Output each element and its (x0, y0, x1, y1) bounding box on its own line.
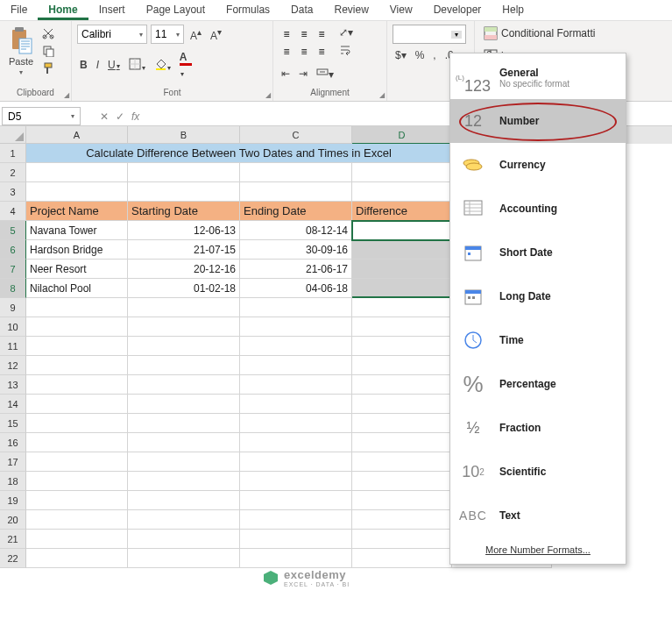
col-header-B[interactable]: B (128, 126, 240, 144)
cell[interactable] (128, 414, 240, 433)
merge-button[interactable]: ▾ (314, 64, 336, 82)
cell[interactable] (26, 337, 128, 356)
cell[interactable] (26, 414, 128, 433)
cell[interactable] (128, 472, 240, 491)
cell[interactable] (128, 182, 240, 202)
cell-B6[interactable]: 21-07-15 (128, 240, 240, 260)
wrap-text-button[interactable] (336, 42, 356, 60)
cell[interactable] (352, 472, 452, 491)
cell[interactable] (128, 395, 240, 414)
col-header-A[interactable]: A (26, 126, 128, 144)
cell[interactable] (26, 317, 128, 337)
cell[interactable] (128, 549, 240, 568)
cell[interactable] (26, 356, 128, 375)
tab-review[interactable]: Review (323, 0, 378, 20)
cell-B7[interactable]: 20-12-16 (128, 260, 240, 279)
row-header-19[interactable]: 19 (0, 491, 26, 510)
cell[interactable] (128, 163, 240, 182)
orientation-button[interactable]: ⤢▾ (336, 25, 356, 40)
tab-developer[interactable]: Developer (423, 0, 492, 20)
cell-D6[interactable] (352, 240, 452, 260)
format-short-date[interactable]: Short Date (450, 231, 626, 274)
cell[interactable] (26, 433, 128, 452)
cell[interactable] (240, 414, 352, 433)
font-color-button[interactable]: A▾ (177, 49, 195, 81)
format-painter-button[interactable] (40, 60, 56, 76)
increase-font-button[interactable]: A▴ (187, 25, 204, 44)
cell[interactable] (240, 433, 352, 452)
cell[interactable] (128, 298, 240, 317)
format-percentage[interactable]: % Percentage (450, 362, 626, 406)
row-header-6[interactable]: 6 (0, 240, 26, 260)
format-fraction[interactable]: ½ Fraction (450, 406, 626, 450)
cell-A8[interactable]: Nilachol Pool (26, 279, 128, 298)
row-header-21[interactable]: 21 (0, 530, 26, 549)
dec-indent-button[interactable]: ⇤ (279, 66, 293, 82)
cell[interactable] (352, 337, 452, 356)
cell-D8[interactable] (352, 279, 452, 298)
cell[interactable] (26, 298, 128, 317)
align-right-button[interactable]: ≡ (314, 44, 329, 60)
align-expand[interactable]: ◢ (379, 91, 385, 99)
cell[interactable] (26, 549, 128, 568)
row-header-7[interactable]: 7 (0, 260, 26, 279)
format-number[interactable]: 12 Number (450, 99, 626, 143)
cell[interactable] (352, 317, 452, 337)
tab-data[interactable]: Data (280, 0, 323, 20)
tab-home[interactable]: Home (38, 0, 88, 20)
row-header-18[interactable]: 18 (0, 472, 26, 491)
cell[interactable] (240, 452, 352, 472)
conditional-formatting-button[interactable]: Conditional Formatti (480, 25, 598, 42)
cell[interactable] (240, 395, 352, 414)
tab-insert[interactable]: Insert (88, 0, 136, 20)
cell[interactable] (26, 163, 128, 182)
format-accounting[interactable]: Accounting (450, 187, 626, 231)
number-format-box[interactable]: ▾ (393, 25, 466, 44)
cell-A5[interactable]: Navana Tower (26, 221, 128, 240)
row-header-11[interactable]: 11 (0, 337, 26, 356)
col-header-C[interactable]: C (240, 126, 352, 144)
row-header-15[interactable]: 15 (0, 414, 26, 433)
copy-button[interactable] (40, 43, 56, 59)
fx-button[interactable]: fx (131, 110, 139, 123)
align-mid-button[interactable]: ≡ (296, 26, 312, 42)
align-top-button[interactable]: ≡ (279, 26, 294, 42)
cell[interactable] (352, 182, 452, 202)
inc-indent-button[interactable]: ⇥ (296, 66, 310, 82)
cell[interactable] (240, 182, 352, 202)
title-cell[interactable]: Calculate Difference Between Two Dates a… (26, 144, 452, 163)
cell[interactable] (240, 317, 352, 337)
border-button[interactable]: ▾ (126, 56, 148, 75)
cell[interactable] (128, 530, 240, 549)
cell-B8[interactable]: 01-02-18 (128, 279, 240, 298)
row-header-14[interactable]: 14 (0, 395, 26, 414)
cell[interactable] (128, 375, 240, 395)
cell[interactable] (26, 395, 128, 414)
cell[interactable] (128, 317, 240, 337)
cell[interactable] (352, 375, 452, 395)
cell[interactable] (352, 298, 452, 317)
cell[interactable] (26, 472, 128, 491)
cell-A7[interactable]: Neer Resort (26, 260, 128, 279)
cell[interactable] (26, 452, 128, 472)
tab-file[interactable]: File (0, 0, 38, 20)
cell[interactable] (240, 472, 352, 491)
cell[interactable] (352, 163, 452, 182)
header-name[interactable]: Project Name (26, 202, 128, 221)
cell-C6[interactable]: 30-09-16 (240, 240, 352, 260)
format-scientific[interactable]: 102 Scientific (450, 450, 626, 494)
cell-C7[interactable]: 21-06-17 (240, 260, 352, 279)
cell-B5[interactable]: 12-06-13 (128, 221, 240, 240)
format-text[interactable]: ABC Text (450, 494, 626, 537)
cell[interactable] (240, 298, 352, 317)
tab-help[interactable]: Help (492, 0, 534, 20)
row-header-1[interactable]: 1 (0, 144, 26, 163)
cell[interactable] (128, 337, 240, 356)
name-box[interactable]: D5▾ (2, 107, 81, 125)
row-header-4[interactable]: 4 (0, 202, 26, 221)
cell[interactable] (128, 510, 240, 530)
cell[interactable] (240, 375, 352, 395)
font-size-box[interactable]: 11▾ (151, 25, 184, 44)
cell[interactable] (352, 452, 452, 472)
cell[interactable] (352, 491, 452, 510)
